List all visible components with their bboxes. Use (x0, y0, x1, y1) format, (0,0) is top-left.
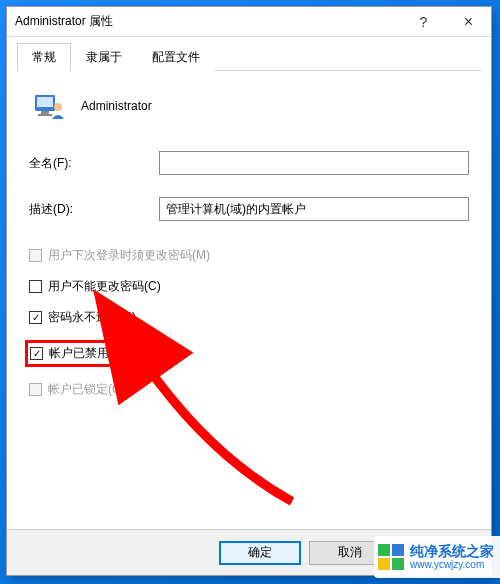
checkbox-group: 用户下次登录时须更改密码(M) 用户不能更改密码(C) ✓ 密码永不过期(P) … (29, 247, 469, 398)
help-button[interactable]: ? (401, 7, 446, 37)
svg-point-4 (54, 103, 62, 111)
checkbox-icon (29, 249, 42, 262)
user-header: Administrator (29, 89, 469, 123)
svg-rect-3 (38, 114, 52, 116)
check-pw-never-expires[interactable]: ✓ 密码永不过期(P) (29, 309, 469, 326)
highlight-box: ✓ 帐户已禁用(B) (25, 340, 134, 367)
tab-memberof[interactable]: 隶属于 (71, 43, 137, 71)
window-title: Administrator 属性 (15, 13, 401, 30)
check-label: 帐户已禁用(B) (49, 345, 125, 362)
description-row: 描述(D): (29, 197, 469, 221)
watermark-url: www.ycwjzy.com (410, 559, 494, 571)
check-must-change-pw: 用户下次登录时须更改密码(M) (29, 247, 469, 264)
check-account-disabled-row: ✓ 帐户已禁用(B) (29, 340, 469, 367)
tab-general-label: 常规 (32, 50, 56, 64)
svg-rect-2 (41, 111, 49, 114)
cancel-label: 取消 (338, 544, 362, 561)
fullname-label: 全名(F): (29, 155, 149, 172)
svg-rect-1 (37, 97, 53, 107)
ok-label: 确定 (248, 544, 272, 561)
properties-dialog: Administrator 属性 ? × 常规 隶属于 配置文件 Adminis… (6, 6, 492, 576)
description-input[interactable] (159, 197, 469, 221)
tab-profile[interactable]: 配置文件 (137, 43, 215, 71)
user-icon (33, 89, 67, 123)
watermark-name: 纯净系统之家 (410, 543, 494, 560)
check-account-locked: 帐户已锁定(O) (29, 381, 469, 398)
watermark-logo-icon (378, 544, 404, 570)
fullname-input[interactable] (159, 151, 469, 175)
tab-memberof-label: 隶属于 (86, 50, 122, 64)
check-label: 用户不能更改密码(C) (48, 278, 161, 295)
ok-button[interactable]: 确定 (219, 541, 301, 565)
help-icon: ? (420, 14, 428, 30)
check-label: 密码永不过期(P) (48, 309, 136, 326)
close-icon: × (464, 13, 473, 31)
check-label: 帐户已锁定(O) (48, 381, 125, 398)
titlebar: Administrator 属性 ? × (7, 7, 491, 37)
watermark-text: 纯净系统之家 www.ycwjzy.com (410, 543, 494, 572)
checkbox-icon: ✓ (29, 311, 42, 324)
user-name: Administrator (81, 99, 152, 113)
check-cannot-change-pw[interactable]: 用户不能更改密码(C) (29, 278, 469, 295)
description-label: 描述(D): (29, 201, 149, 218)
checkbox-icon (29, 280, 42, 293)
check-label: 用户下次登录时须更改密码(M) (48, 247, 210, 264)
fullname-row: 全名(F): (29, 151, 469, 175)
checkbox-icon[interactable]: ✓ (30, 347, 43, 360)
tab-profile-label: 配置文件 (152, 50, 200, 64)
tab-content: Administrator 全名(F): 描述(D): 用户下次登录时须更改密码… (7, 71, 491, 529)
checkbox-icon (29, 383, 42, 396)
tab-strip: 常规 隶属于 配置文件 (7, 37, 491, 71)
watermark: 纯净系统之家 www.ycwjzy.com (374, 536, 500, 578)
close-button[interactable]: × (446, 7, 491, 37)
tab-general[interactable]: 常规 (17, 43, 71, 72)
